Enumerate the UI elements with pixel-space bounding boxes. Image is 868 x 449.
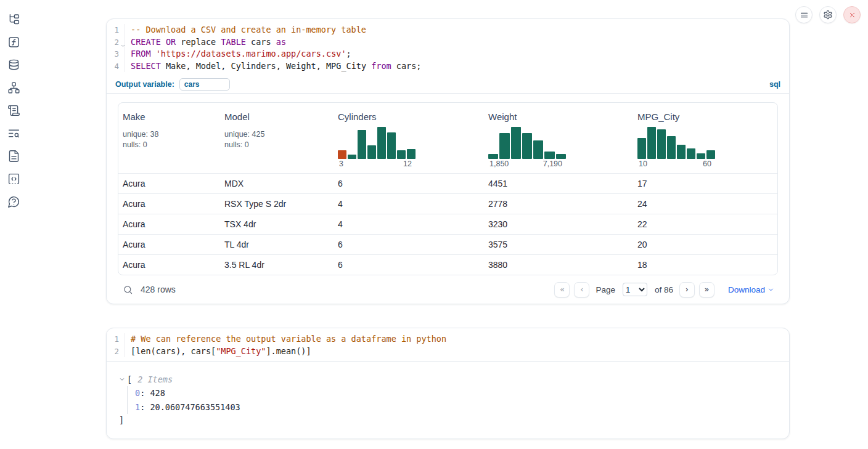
column-header-cylinders[interactable]: Cylinders312 <box>334 111 484 168</box>
histogram-bar[interactable] <box>706 150 715 159</box>
histogram-bar[interactable] <box>367 145 376 159</box>
items-count-label: 2 Items <box>137 373 173 386</box>
histogram-axis-labels: 1060 <box>637 159 715 168</box>
histogram-bar[interactable] <box>387 132 396 159</box>
histogram-bar[interactable] <box>544 152 554 159</box>
code-token: cars; <box>391 61 422 71</box>
logs-icon[interactable] <box>7 126 20 140</box>
close-bracket: ] <box>119 414 777 426</box>
table-row[interactable]: AcuraRSX Type S 2dr4277824 <box>118 193 777 214</box>
table-cell: Acura <box>118 235 220 254</box>
histogram-bars <box>338 127 416 159</box>
column-header-make[interactable]: Makeunique: 38nulls: 0 <box>118 111 220 168</box>
histogram-bar[interactable] <box>522 133 532 159</box>
histogram-bar[interactable] <box>647 127 656 159</box>
histogram-bar[interactable] <box>511 127 521 159</box>
settings-button[interactable] <box>819 6 837 23</box>
table-cell: 18 <box>633 255 777 275</box>
histogram-bar[interactable] <box>407 149 416 159</box>
line-number: 2 <box>107 36 125 49</box>
snippets-icon[interactable] <box>7 172 20 185</box>
column-header-model[interactable]: Modelunique: 425nulls: 0 <box>220 111 334 168</box>
line-number: 1 <box>107 333 125 346</box>
histogram-max-label: 60 <box>703 160 711 168</box>
search-icon[interactable] <box>123 285 133 295</box>
code-text: -- Download a CSV and create an in-memor… <box>125 24 366 36</box>
help-icon[interactable] <box>7 195 20 208</box>
row-count-label: 428 rows <box>141 285 176 294</box>
table-row[interactable]: AcuraTL 4dr6357520 <box>118 234 777 254</box>
download-button[interactable]: Download <box>728 285 774 294</box>
histogram-bar[interactable] <box>697 153 705 159</box>
code-line: 1# We can reference the output variable … <box>107 333 789 346</box>
histogram-bar[interactable] <box>533 140 543 159</box>
last-page-button[interactable]: » <box>699 282 714 297</box>
table-cell: 3230 <box>484 214 633 234</box>
table-header: Makeunique: 38nulls: 0Modelunique: 425nu… <box>118 103 777 173</box>
histogram-bar[interactable] <box>667 136 676 159</box>
histogram-bar[interactable] <box>687 148 695 159</box>
code-token: ].mean()] <box>266 346 311 356</box>
code-token: cars <box>246 37 276 47</box>
column-histogram: 1060 <box>637 127 715 168</box>
table-row[interactable]: Acura3.5 RL 4dr6388018 <box>118 254 777 275</box>
table-body: AcuraMDX6445117AcuraRSX Type S 2dr427782… <box>118 173 777 275</box>
dependency-graph-icon[interactable] <box>7 81 20 94</box>
language-badge[interactable]: sql <box>769 80 780 89</box>
sql-cell: 1-- Download a CSV and create an in-memo… <box>106 18 790 304</box>
histogram-bar[interactable] <box>377 127 386 159</box>
code-token: OR <box>166 37 176 47</box>
table-cell: 22 <box>633 214 777 234</box>
sql-code-editor[interactable]: 1-- Download a CSV and create an in-memo… <box>107 19 789 76</box>
histogram-max-label: 12 <box>403 160 412 168</box>
histogram-bar[interactable] <box>556 154 566 159</box>
null-count: nulls: 0 <box>123 140 220 150</box>
histogram-min-label: 10 <box>639 160 647 168</box>
scratchpad-icon[interactable] <box>7 103 20 117</box>
python-code-editor[interactable]: 1# We can reference the output variable … <box>107 328 789 362</box>
collapse-chevron-icon[interactable] <box>119 376 125 382</box>
table-row[interactable]: AcuraMDX6445117 <box>118 173 777 193</box>
code-token: "MPG_City" <box>216 346 266 356</box>
file-tree-icon[interactable] <box>7 12 20 26</box>
table-cell: 6 <box>334 235 484 254</box>
histogram-bar[interactable] <box>637 138 646 159</box>
page-select[interactable]: 1 <box>623 283 647 296</box>
prev-page-button[interactable]: ‹ <box>574 282 589 297</box>
column-header-mpg_city[interactable]: MPG_City1060 <box>633 111 777 168</box>
first-page-button[interactable]: « <box>554 282 570 297</box>
output-variable-input[interactable] <box>179 78 230 91</box>
shutdown-button[interactable] <box>843 6 861 23</box>
histogram-bar[interactable] <box>397 150 406 159</box>
menu-button[interactable] <box>795 6 813 23</box>
histogram-bar[interactable] <box>499 133 509 159</box>
histogram-bar[interactable] <box>358 130 366 159</box>
code-token <box>151 49 156 59</box>
line-number: 3 <box>107 48 125 60</box>
python-cell: 1# We can reference the output variable … <box>106 328 790 439</box>
left-sidebar <box>0 0 27 449</box>
histogram-bar[interactable] <box>488 154 498 159</box>
column-header-weight[interactable]: Weight1,8507,190 <box>484 111 633 168</box>
table-cell: 6 <box>334 174 484 193</box>
code-token: replace <box>176 37 221 47</box>
table-cell: 2778 <box>484 194 633 214</box>
code-text: # We can reference the output variable a… <box>125 333 446 346</box>
documentation-icon[interactable] <box>7 149 20 163</box>
datasources-icon[interactable] <box>7 58 20 71</box>
code-token: # We can reference the output variable a… <box>131 334 446 344</box>
histogram-bar[interactable] <box>657 129 666 159</box>
histogram-bar[interactable] <box>677 145 686 159</box>
next-page-button[interactable]: › <box>679 282 695 297</box>
tree-entries: 0: 4281: 20.060747663551403 <box>127 386 777 414</box>
column-name: Cylinders <box>338 111 484 122</box>
histogram-bar[interactable] <box>348 155 356 159</box>
table-row[interactable]: AcuraTSX 4dr4323022 <box>118 214 777 234</box>
entry-separator: : <box>140 388 150 398</box>
table-cell: 6 <box>334 255 484 275</box>
entry-value: 20.060747663551403 <box>150 402 240 412</box>
column-name: Make <box>123 111 220 122</box>
functions-icon[interactable] <box>7 35 20 49</box>
menu-icon <box>800 10 809 20</box>
histogram-bar[interactable] <box>338 150 346 159</box>
